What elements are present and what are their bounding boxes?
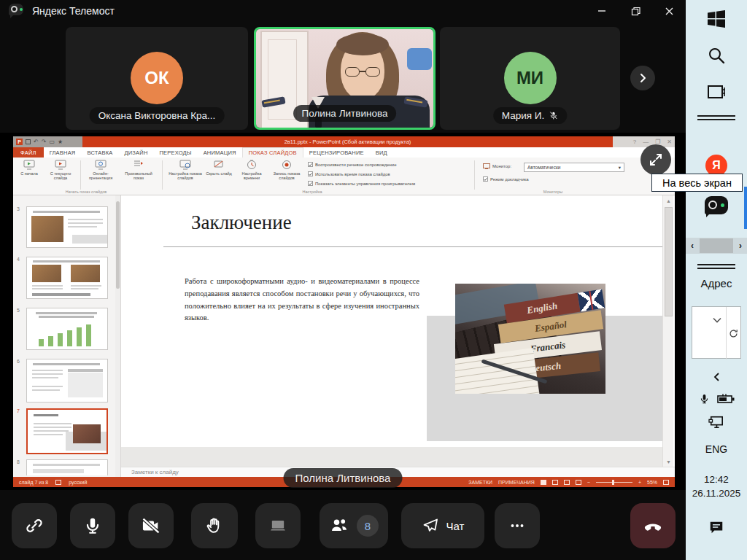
tab-transitions[interactable]: ПЕРЕХОДЫ (154, 147, 198, 158)
online-presentation-button[interactable]: Онлайн-презентация (83, 160, 118, 181)
person-decor (336, 34, 389, 55)
tab-animation[interactable]: АНИМАЦИЯ (198, 147, 242, 158)
microphone-button[interactable] (70, 503, 115, 548)
more-options-button[interactable] (495, 503, 540, 548)
telemost-window: Яндекс Телемост ОК Оксана Викторовн (0, 0, 686, 560)
ppt-titlebar: P ↶ ↷ ▭ ★ 2в11.pptx - PowerPoint (Сбой а… (13, 136, 675, 147)
fit-slide-icon[interactable] (663, 480, 669, 485)
presenter-name-overlay: Полина Литвинова (284, 468, 403, 488)
screen-share-button[interactable] (255, 503, 301, 548)
participants-button[interactable]: 8 (320, 503, 388, 548)
tray-expand-button[interactable] (686, 369, 747, 385)
hide-slide-button[interactable]: Скрыть слайд (204, 160, 233, 176)
zoom-out-icon[interactable]: − (587, 480, 590, 485)
telemost-taskbar-button[interactable] (686, 192, 747, 219)
tab-design[interactable]: ДИЗАЙН (119, 147, 154, 158)
fullscreen-button[interactable] (640, 144, 671, 175)
checkbox-presenter-view[interactable]: Режим докладчика (483, 176, 529, 182)
window-title: Яндекс Телемост (32, 5, 115, 17)
zoom-level[interactable]: 55% (647, 480, 657, 485)
record-slideshow-button[interactable]: Запись показа слайдов (270, 160, 303, 181)
slide-thumbnail-7-current[interactable] (26, 408, 108, 454)
tab-view[interactable]: ВИД (370, 147, 393, 158)
invite-link-button[interactable] (12, 503, 57, 548)
tab-file[interactable]: ФАЙЛ (13, 147, 44, 158)
setup-slideshow-button[interactable]: Настройка показа слайдов (166, 160, 204, 181)
chat-button[interactable]: Чат (401, 503, 484, 548)
action-center-button[interactable] (686, 516, 747, 538)
slide-scrollbar[interactable]: ▲ ▼ (662, 195, 673, 467)
chevron-down-icon[interactable] (713, 313, 721, 326)
zoom-slider[interactable] (596, 482, 632, 483)
decor (121, 447, 662, 467)
telemost-app-icon (705, 196, 728, 215)
tab-review[interactable]: РЕЦЕНЗИРОВАНИЕ (303, 147, 370, 158)
battery-icon[interactable] (717, 393, 735, 405)
shared-screen-area[interactable]: P ↶ ↷ ▭ ★ 2в11.pptx - PowerPoint (Сбой а… (0, 133, 686, 490)
rehearse-timings-button[interactable]: Настройка времени (235, 160, 268, 181)
slide-divider (163, 246, 662, 247)
slide-thumbnail-5[interactable] (26, 308, 108, 350)
scroll-right-icon[interactable]: › (734, 241, 747, 251)
monitor-dropdown[interactable]: Автоматически▾ (524, 163, 624, 172)
close-icon[interactable] (652, 0, 686, 22)
ribbon-group-label: Начать показ слайдов (42, 190, 130, 194)
tab-slideshow[interactable]: ПОКАЗ СЛАЙДОВ (242, 147, 303, 158)
slide-thumbnail-6[interactable] (26, 359, 108, 402)
scroll-down-icon[interactable]: ▼ (663, 456, 674, 467)
view-normal-icon[interactable] (541, 480, 546, 485)
network-icon (708, 415, 724, 429)
custom-show-button[interactable]: Произвольный показ (120, 160, 158, 181)
scroll-left-icon[interactable]: ‹ (686, 241, 699, 251)
comments-toggle[interactable]: ПРИМЕЧАНИЯ (498, 480, 535, 485)
scroll-up-icon[interactable]: ▲ (663, 195, 674, 206)
slide-thumbnail-3[interactable] (26, 206, 108, 248)
zoom-in-icon[interactable]: + (638, 480, 641, 485)
checkbox-use-timings[interactable]: Использовать время показа слайдов (308, 171, 390, 176)
participant-tile-maria[interactable]: МИ Мария И. (440, 27, 620, 130)
address-input[interactable] (692, 306, 741, 359)
participant-tile-polina-video[interactable]: Полина Литвинова (254, 27, 436, 130)
from-start-button[interactable]: С начала (15, 160, 44, 176)
ppt-title: 2в11.pptx - PowerPoint (Сбой активации п… (82, 136, 613, 147)
address-go-button[interactable] (726, 307, 740, 359)
star-icon: ★ (58, 139, 63, 145)
clock[interactable]: 12:42 26.11.2025 (686, 471, 747, 503)
end-call-button[interactable] (630, 503, 676, 548)
raise-hand-button[interactable] (191, 503, 238, 548)
language-indicator[interactable]: русский (69, 480, 87, 485)
slide-thumbnail-8[interactable] (26, 459, 108, 475)
thumbnail-scrollbar[interactable] (115, 195, 120, 477)
search-icon (707, 46, 726, 65)
restore-icon[interactable] (619, 0, 652, 22)
participant-tile-oksana[interactable]: ОК Оксана Викторовна Кра... (66, 27, 248, 130)
notes-toggle[interactable]: ЗАМЕТКИ (468, 480, 492, 485)
next-participants-button[interactable] (630, 66, 655, 90)
notes-placeholder: Заметки к слайду (131, 469, 179, 475)
view-sorter-icon[interactable] (552, 480, 558, 485)
chat-label: Чат (446, 520, 465, 532)
windows-taskbar: Я ‹ › Адрес (686, 0, 747, 560)
tab-home[interactable]: ГЛАВНАЯ (44, 147, 82, 158)
start-button[interactable] (686, 7, 747, 31)
camera-off-icon (141, 516, 161, 536)
search-button[interactable] (686, 44, 747, 67)
camera-off-button[interactable] (128, 503, 174, 548)
view-slideshow-icon[interactable] (576, 480, 581, 485)
tray-icons (686, 389, 747, 408)
from-current-slide-button[interactable]: С текущего слайда (44, 160, 77, 181)
checkbox-show-media-controls[interactable]: Показать элементы управления проигрывате… (308, 181, 415, 186)
scroll-thumb[interactable] (700, 238, 733, 253)
thumb-number: 7 (17, 408, 20, 413)
checkbox-play-narrations[interactable]: Воспроизвести речевое сопровождение (308, 162, 397, 167)
language-indicator[interactable]: ENG (686, 440, 747, 458)
minimize-icon[interactable] (585, 0, 619, 22)
taskbar-scrollbar[interactable]: ‹ › (686, 238, 747, 254)
task-view-button[interactable] (686, 80, 747, 104)
tray-mic-icon[interactable] (699, 392, 710, 406)
tab-insert[interactable]: ВСТАВКА (81, 147, 118, 158)
view-reading-icon[interactable] (564, 480, 570, 485)
call-controls: 8 Чат (0, 490, 686, 560)
network-tray-button[interactable] (686, 413, 747, 432)
slide-thumbnail-4[interactable] (26, 257, 108, 299)
